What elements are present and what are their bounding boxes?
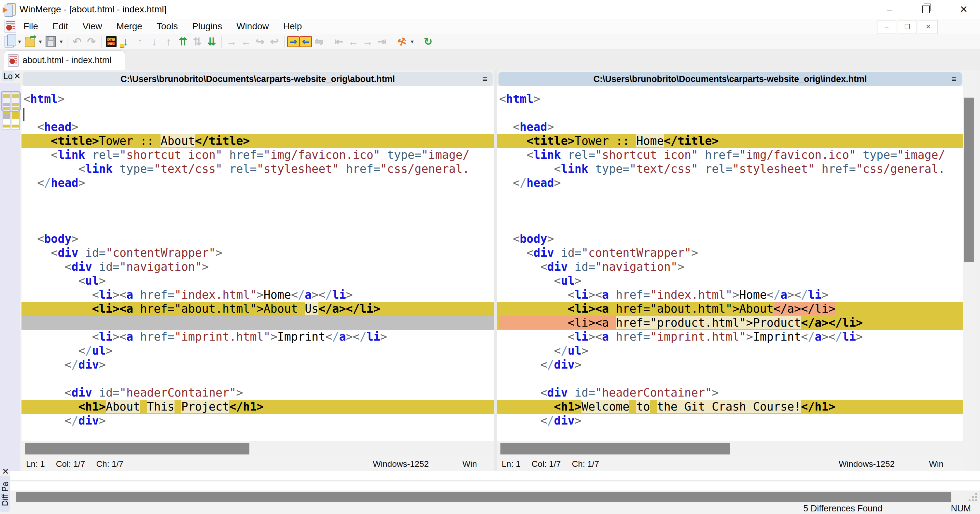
left-code-line-23[interactable]: <h1>About This Project</h1> [21, 400, 494, 414]
left-code-line-11[interactable]: <body> [21, 232, 494, 246]
location-diff-marker[interactable] [3, 114, 10, 119]
right-horizontal-scrollbar[interactable] [497, 441, 963, 456]
left-code-line-2[interactable] [21, 106, 494, 120]
first-difference-icon[interactable]: ⇈ [176, 35, 190, 48]
left-code-line-22[interactable]: <div id="headerContainer"> [21, 386, 494, 400]
right-code-line-9[interactable] [497, 204, 963, 218]
copy-to-right-pane-icon[interactable]: ⇒ [287, 36, 299, 47]
left-code-line-20[interactable]: </div> [21, 358, 494, 372]
left-code-line-16[interactable]: <li><a href="about.html">About Us</a></l… [21, 302, 494, 316]
restore-button[interactable] [911, 0, 941, 19]
vertical-scrollbar[interactable] [963, 70, 975, 471]
diff-pane-row-right[interactable] [10, 481, 980, 491]
copy-to-left-pane-icon[interactable]: ⇐ [299, 36, 312, 47]
right-code-line-8[interactable] [497, 190, 963, 204]
swap-panes-icon[interactable]: ⇋ [312, 35, 326, 48]
pane-splitter[interactable] [494, 70, 497, 471]
previous-conflict-icon[interactable]: ↑ [161, 35, 176, 48]
first-file-icon[interactable]: ⇤ [332, 35, 346, 48]
mdi-restore-button[interactable]: ❐ [898, 20, 917, 34]
location-diff-marker[interactable] [12, 125, 19, 127]
left-code-line-7[interactable]: </head> [21, 176, 494, 190]
next-difference-icon[interactable]: ↓ [119, 35, 133, 48]
left-code-line-10[interactable] [21, 218, 494, 232]
left-code-line-17[interactable] [21, 316, 494, 330]
last-file-icon[interactable]: ⇥ [375, 35, 389, 48]
new-document-dropdown-icon[interactable]: ▾ [16, 35, 23, 48]
right-code-line-4[interactable]: <title>Tower :: Home</title> [497, 134, 963, 148]
right-code-line-2[interactable] [497, 106, 963, 120]
left-header-menu-icon[interactable]: ≡ [482, 72, 487, 86]
left-code-line-18[interactable]: <li><a href="imprint.html">Imprint</a></… [21, 330, 494, 344]
menu-help[interactable]: Help [276, 19, 309, 34]
right-hscroll-thumb[interactable] [500, 443, 730, 454]
location-view-rectangle[interactable] [1, 91, 21, 112]
left-code-line-5[interactable]: <link rel="shortcut icon" href="img/favi… [21, 148, 494, 162]
left-horizontal-scrollbar[interactable] [21, 441, 494, 456]
document-icon[interactable] [5, 20, 16, 33]
left-code-line-24[interactable]: </div> [21, 414, 494, 428]
mdi-close-button[interactable]: ✕ [919, 20, 938, 34]
options-dropdown-icon[interactable]: ▾ [409, 35, 415, 48]
location-diff-marker[interactable] [3, 125, 10, 127]
diff-pane-scrollbar[interactable] [10, 491, 963, 503]
left-code-line-1[interactable]: <html> [21, 92, 494, 106]
left-hscroll-thumb[interactable] [25, 443, 250, 454]
right-code-line-19[interactable]: </ul> [497, 344, 963, 358]
left-code-editor[interactable]: <html> <head> <title>Tower :: About</tit… [21, 86, 494, 441]
menu-file[interactable]: File [16, 19, 45, 34]
redo-icon[interactable]: ↷ [84, 35, 99, 48]
current-difference-icon[interactable]: ⇅ [190, 35, 204, 48]
vscroll-thumb[interactable] [964, 98, 974, 262]
right-code-line-7[interactable]: </head> [497, 176, 963, 190]
copy-left-icon[interactable]: ← [239, 35, 253, 48]
new-document-icon[interactable] [2, 35, 16, 48]
right-header-menu-icon[interactable]: ≡ [952, 72, 956, 86]
previous-difference-icon[interactable]: ↑ [133, 35, 147, 48]
right-code-line-12[interactable]: <div id="contentWrapper"> [497, 246, 963, 260]
diff-pane-close-icon[interactable]: ✕ [2, 466, 9, 477]
mdi-minimize-button[interactable]: – [877, 20, 896, 34]
menu-plugins[interactable]: Plugins [185, 19, 229, 34]
options-icon[interactable]: ⚒ [395, 35, 409, 48]
left-code-line-4[interactable]: <title>Tower :: About</title> [21, 134, 494, 148]
left-code-line-19[interactable]: </ul> [21, 344, 494, 358]
left-file-path-header[interactable]: C:\Users\brunobrito\Documents\carparts-w… [23, 72, 493, 86]
save-icon[interactable] [44, 35, 58, 48]
menu-tools[interactable]: Tools [150, 19, 185, 34]
right-code-line-1[interactable]: <html> [497, 92, 963, 106]
minimize-button[interactable]: – [875, 0, 904, 19]
menu-window[interactable]: Window [229, 19, 276, 34]
right-code-line-11[interactable]: <body> [497, 232, 963, 246]
right-code-line-3[interactable]: <head> [497, 120, 963, 134]
right-code-line-16[interactable]: <li><a href="about.html">About</a></li> [497, 302, 963, 316]
copy-left-advance-icon[interactable]: ↩ [267, 35, 282, 48]
left-code-line-13[interactable]: <div id="navigation"> [21, 260, 494, 274]
copy-right-advance-icon[interactable]: ↪ [253, 35, 267, 48]
right-code-line-22[interactable]: <div id="headerContainer"> [497, 386, 963, 400]
left-code-line-21[interactable] [21, 372, 494, 386]
diff-pane-tab[interactable]: Diff Pa [0, 476, 10, 512]
close-button[interactable]: ✕ [947, 0, 980, 19]
right-file-path-header[interactable]: C:\Users\brunobrito\Documents\carparts-w… [498, 72, 962, 86]
left-code-line-3[interactable]: <head> [21, 120, 494, 134]
right-code-line-14[interactable]: <ul> [497, 274, 963, 288]
undo-icon[interactable]: ↶ [70, 35, 84, 48]
location-pane-close-icon[interactable]: ✕ [14, 71, 21, 81]
diff-pane-row-left[interactable] [10, 471, 980, 481]
next-conflict-icon[interactable]: ↓ [147, 35, 161, 48]
last-difference-icon[interactable]: ⇊ [204, 35, 219, 48]
right-code-line-24[interactable]: </div> [497, 414, 963, 428]
right-code-line-10[interactable] [497, 218, 963, 232]
menu-merge[interactable]: Merge [110, 19, 150, 34]
tab-about-index[interactable]: about.html - index.html [4, 51, 125, 70]
resize-grip-icon[interactable] [967, 493, 977, 501]
right-code-line-13[interactable]: <div id="navigation"> [497, 260, 963, 274]
next-file-icon[interactable]: → [360, 35, 375, 48]
open-dropdown-icon[interactable]: ▾ [37, 35, 44, 48]
diff-pane-scroll-thumb[interactable] [16, 492, 951, 502]
menu-edit[interactable]: Edit [45, 19, 75, 34]
left-code-line-6[interactable]: <link type="text/css" rel="stylesheet" h… [21, 162, 494, 176]
left-code-line-12[interactable]: <div id="contentWrapper"> [21, 246, 494, 260]
right-code-line-15[interactable]: <li><a href="index.html">Home</a></li> [497, 288, 963, 302]
